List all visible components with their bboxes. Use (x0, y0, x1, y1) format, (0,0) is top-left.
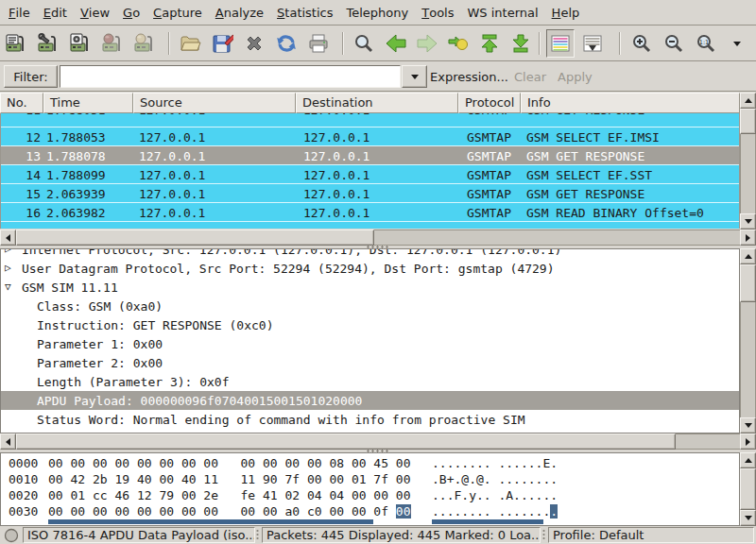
scroll-right-button[interactable] (740, 434, 756, 450)
hex-row-0000[interactable]: 0000 00 00 00 00 00 00 00 00 00 00 00 00… (1, 455, 739, 471)
arrow-up-icon (745, 98, 752, 103)
packet-row-15[interactable]: 15 2.063939 127.0.0.1 127.0.0.1 GSMTAP G… (1, 183, 740, 202)
filter-toolbar: Filter: Expression... Clear Apply (0, 62, 756, 92)
arrow-down-icon (745, 516, 752, 520)
scroll-right-button[interactable] (740, 230, 756, 246)
arrow-up-icon (745, 254, 752, 259)
clear-button[interactable]: Clear (514, 65, 546, 88)
menu-edit[interactable]: Edit (37, 0, 74, 26)
scroll-left-button[interactable] (0, 434, 16, 450)
go-forward-icon[interactable] (413, 29, 441, 58)
scroll-down-button[interactable] (740, 213, 756, 230)
open-file-icon[interactable] (176, 29, 204, 58)
packet-list-vscroll-thumb[interactable] (740, 109, 756, 134)
apply-button[interactable]: Apply (558, 65, 593, 88)
scroll-up-button[interactable] (740, 93, 756, 109)
menu-statistics[interactable]: Statistics (270, 0, 339, 26)
expander-icon[interactable]: ▽ (5, 280, 11, 293)
detail-class[interactable]: Class: GSM (0xa0) (1, 297, 739, 315)
packet-row-12[interactable]: 12 1.788053 127.0.0.1 127.0.0.1 GSMTAP G… (1, 127, 740, 145)
capture-restart-icon[interactable] (130, 29, 159, 58)
packet-row-13-selected[interactable]: 13 1.788078 127.0.0.1 127.0.0.1 GSMTAP G… (1, 145, 740, 164)
go-to-packet-icon[interactable] (444, 29, 472, 58)
details-vscroll-thumb[interactable] (740, 264, 756, 302)
detail-parameter1[interactable]: Parameter 1: 0x00 (1, 334, 739, 353)
column-header-no[interactable]: No. (0, 93, 43, 113)
column-header-source[interactable]: Source (133, 93, 296, 113)
expression-button[interactable]: Expression... (430, 65, 508, 88)
column-header-time[interactable]: Time (43, 93, 133, 113)
hex-row-0020[interactable]: 0020 00 01 cc 46 12 79 00 2e fe 41 02 04… (1, 487, 739, 503)
scroll-down-button[interactable] (740, 510, 756, 526)
chevron-down-icon (411, 75, 419, 79)
scroll-down-button[interactable] (740, 417, 756, 434)
hex-row-0010[interactable]: 0010 00 42 2b 19 40 00 40 11 11 90 7f 00… (1, 471, 739, 487)
arrow-right-icon (746, 234, 750, 242)
detail-internet-protocol[interactable]: ▷ Internet Protocol, Src: 127.0.0.1 (127… (1, 248, 739, 259)
packet-row-11[interactable]: 11 1.788051 127.0.0.1 127.0.0.1 GSMTAP G… (1, 113, 740, 127)
detail-instruction[interactable]: Instruction: GET RESPONSE (0xc0) (1, 315, 739, 334)
menu-capture[interactable]: Capture (146, 0, 209, 26)
toolbar-separator (619, 32, 621, 55)
save-file-icon[interactable] (208, 29, 236, 58)
auto-scroll-icon[interactable] (578, 29, 607, 58)
arrow-down-icon (745, 219, 752, 224)
detail-apdu-payload-selected[interactable]: APDU Payload: 000000096f0704001500150102… (1, 391, 739, 410)
filter-input[interactable] (60, 65, 401, 88)
arrow-left-icon (6, 438, 10, 446)
menu-analyze[interactable]: Analyze (209, 0, 270, 26)
toolbar-separator (168, 32, 170, 55)
packet-details-pane: ▷ Internet Protocol, Src: 127.0.0.1 (127… (0, 248, 740, 434)
column-header-info[interactable]: Info (521, 93, 740, 113)
packet-row-16[interactable]: 16 2.063982 127.0.0.1 127.0.0.1 GSMTAP G… (1, 202, 740, 221)
close-file-icon[interactable] (240, 29, 268, 58)
menu-view[interactable]: View (74, 0, 116, 26)
expander-icon[interactable]: ▷ (5, 248, 11, 255)
menu-help[interactable]: Help (545, 0, 587, 26)
detail-length[interactable]: Length (Parameter 3): 0x0f (1, 372, 739, 391)
status-bar: ISO 7816-4 APDU Data Payload (iso... Pac… (0, 526, 756, 544)
status-splitter[interactable] (256, 529, 259, 541)
column-header-destination[interactable]: Destination (296, 93, 458, 113)
bytes-vscroll-thumb[interactable] (740, 468, 756, 510)
menu-tools[interactable]: Tools (415, 0, 460, 26)
print-icon[interactable] (304, 29, 333, 58)
go-to-top-icon[interactable] (475, 29, 504, 58)
status-splitter[interactable] (542, 529, 545, 541)
packet-row-17-partial[interactable] (1, 221, 740, 229)
scroll-left-button[interactable] (0, 230, 16, 246)
selected-field-bytes-partial (48, 519, 373, 524)
find-packet-icon[interactable] (350, 29, 378, 58)
go-back-icon[interactable] (382, 29, 410, 58)
go-to-bottom-icon[interactable] (507, 29, 535, 58)
zoom-100-icon[interactable]: 1:1 (692, 29, 720, 58)
reload-icon[interactable] (272, 29, 301, 58)
toolbar-overflow-icon[interactable] (726, 29, 748, 58)
packet-list-hscroll-thumb[interactable] (16, 230, 374, 246)
detail-parameter2[interactable]: Parameter 2: 0x00 (1, 353, 739, 372)
interface-list-icon[interactable] (2, 29, 30, 58)
detail-gsm-sim[interactable]: ▽ GSM SIM 11.11 (1, 278, 739, 297)
scroll-up-button[interactable] (740, 248, 756, 264)
detail-status-word[interactable]: Status Word: Normal ending of command wi… (1, 410, 739, 429)
hex-row-0030[interactable]: 0030 00 00 00 00 00 00 00 00 00 00 a0 c0… (1, 503, 739, 519)
capture-stop-icon[interactable] (98, 29, 127, 58)
menu-telephony[interactable]: Telephony (340, 0, 416, 26)
expert-info-icon[interactable] (4, 528, 19, 543)
menu-file[interactable]: File (2, 0, 37, 26)
colorize-icon[interactable] (546, 29, 575, 58)
zoom-in-icon[interactable] (627, 29, 656, 58)
scroll-up-button[interactable] (740, 452, 756, 468)
detail-udp[interactable]: ▷ User Datagram Protocol, Src Port: 5229… (1, 259, 739, 278)
column-header-protocol[interactable]: Protocol (458, 93, 521, 113)
menu-go[interactable]: Go (116, 0, 146, 26)
expander-icon[interactable]: ▷ (5, 262, 11, 274)
menu-ws-internal[interactable]: WS internal (460, 0, 544, 26)
filter-button[interactable]: Filter: (4, 65, 58, 88)
packet-row-14[interactable]: 14 1.788099 127.0.0.1 127.0.0.1 GSMTAP G… (1, 164, 740, 183)
capture-options-icon[interactable] (34, 29, 62, 58)
capture-start-icon[interactable] (66, 29, 94, 58)
zoom-out-icon[interactable] (660, 29, 688, 58)
filter-dropdown-button[interactable] (402, 65, 427, 88)
details-hscroll-thumb[interactable] (16, 434, 676, 450)
